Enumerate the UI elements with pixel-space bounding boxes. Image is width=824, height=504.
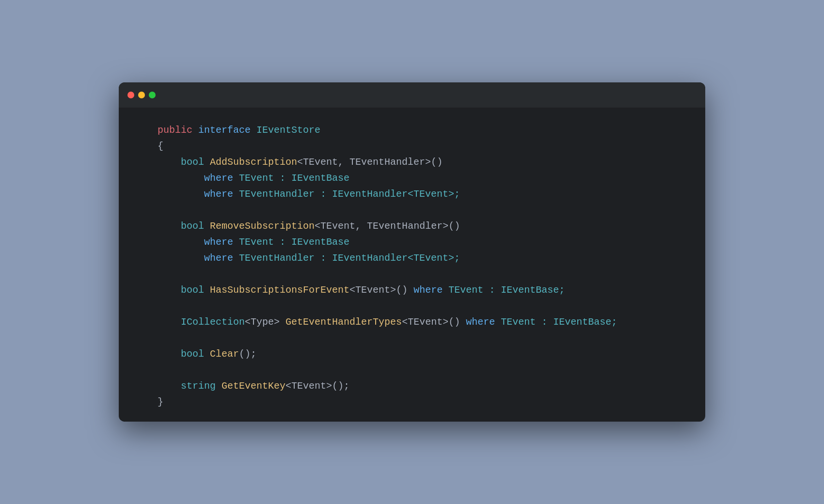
type-icollection: ICollection [181,316,245,328]
generic-params-5: <TEvent>(); [285,380,349,392]
keyword-where-6: where [466,316,495,328]
interface-name: IEventStore [256,125,320,136]
keyword-interface: interface [198,125,251,136]
close-button[interactable] [127,92,134,98]
constraint-1: TEvent : IEventBase [239,173,349,184]
generic-params-2: <TEvent, TEventHandler>() [315,220,460,232]
titlebar [119,82,705,108]
method-clear: Clear [210,348,239,360]
constraint-5: TEvent : IEventBase; [448,284,565,296]
generic-params-3: <TEvent>() [349,284,408,296]
minimize-button[interactable] [138,92,145,98]
method-remove-subscription: RemoveSubscription [210,220,315,232]
constraint-6: TEvent : IEventBase; [501,316,617,328]
generic-params-1: <TEvent, TEventHandler>() [297,157,443,168]
keyword-where-5: where [413,284,443,296]
method-get-handler-types: GetEventHandlerTypes [285,316,402,328]
code-window: public interface IEventStore { bool AddS… [119,82,705,422]
method-get-event-key: GetEventKey [222,380,285,392]
keyword-where-4: where [204,252,233,264]
constraint-2: TEventHandler : IEventHandler<TEvent>; [239,189,460,200]
constraint-4: TEventHandler : IEventHandler<TEvent>; [239,252,460,264]
maximize-button[interactable] [149,92,156,98]
open-brace: { [158,141,163,152]
keyword-where-1: where [204,173,233,184]
method-has-subscriptions: HasSubscriptionsForEvent [210,284,349,296]
keyword-string: string [181,380,216,392]
method-add-subscription: AddSubscription [210,157,297,168]
code-block: public interface IEventStore { bool AddS… [158,122,696,410]
clear-parens: (); [239,348,256,360]
close-brace: } [158,396,163,408]
code-editor: public interface IEventStore { bool AddS… [119,108,705,422]
keyword-where-3: where [204,236,233,248]
keyword-bool-4: bool [181,348,204,360]
constraint-3: TEvent : IEventBase [239,236,349,248]
keyword-where-2: where [204,189,233,200]
keyword-public: public [158,125,192,136]
keyword-bool-1: bool [181,157,204,168]
generic-params-4: <TEvent>() [402,316,460,328]
type-param-type: <Type> [245,316,280,328]
keyword-bool-3: bool [181,284,204,296]
keyword-bool-2: bool [181,220,204,232]
